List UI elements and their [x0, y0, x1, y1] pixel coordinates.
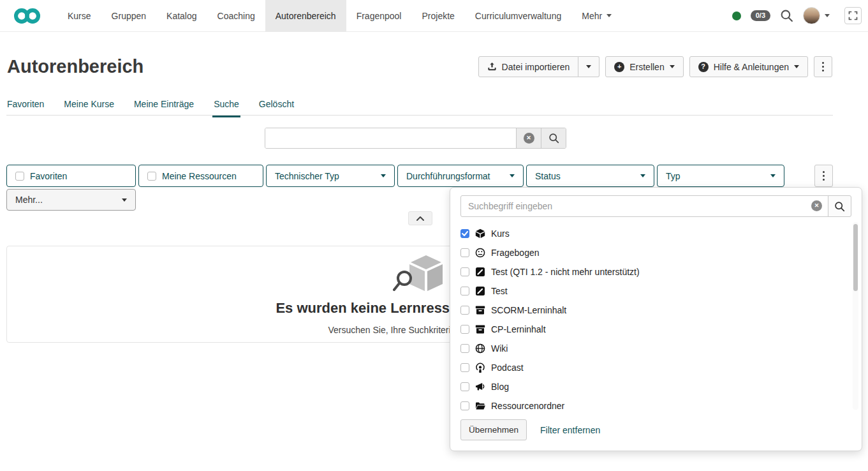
filter-status[interactable]: Status [526, 165, 654, 187]
podcast-icon [475, 363, 485, 373]
clear-circle-icon: ✕ [524, 133, 534, 144]
option-fragebogen[interactable]: Fragebogen [460, 243, 851, 262]
page-title: Autorenbereich [7, 56, 143, 77]
help-button[interactable]: ? Hilfe & Anleitungen [689, 56, 808, 77]
chevron-down-icon [670, 65, 675, 68]
clear-circle-icon[interactable]: ✕ [811, 200, 822, 211]
archive-icon [475, 305, 485, 315]
chevron-down-icon [607, 14, 612, 17]
chevron-down-icon [510, 174, 515, 177]
fullscreen-button[interactable] [844, 7, 862, 24]
nav-item-curriculumverwaltung[interactable]: Curriculumverwaltung [465, 0, 571, 32]
filter-mehr-dropdown[interactable]: Mehr... [6, 189, 136, 211]
bullhorn-icon [475, 382, 485, 392]
option-podcast[interactable]: Podcast [460, 358, 851, 377]
checkbox-checked[interactable] [460, 229, 469, 238]
remove-filter-link[interactable]: Filter entfernen [540, 425, 600, 435]
tab-geloescht[interactable]: Gelöscht [259, 99, 294, 116]
panel-search-submit-button[interactable] [828, 195, 851, 217]
nav-item-coaching[interactable]: Coaching [207, 0, 265, 32]
search-submit-button[interactable] [541, 128, 566, 148]
panel-scrollbar[interactable] [853, 222, 858, 410]
chevron-down-icon [586, 65, 591, 68]
panel-search-input[interactable] [460, 195, 828, 217]
option-kurs[interactable]: Kurs [460, 224, 851, 243]
panel-search-bar: ✕ [460, 195, 851, 217]
panel-footer: Übernehmen Filter entfernen [460, 419, 851, 440]
option-scorm[interactable]: SCORM-Lerninhalt [460, 301, 851, 320]
option-ressourcenordner[interactable]: Ressourcenordner [460, 396, 851, 413]
main-search-input[interactable] [265, 128, 516, 148]
option-wiki[interactable]: Wiki [460, 339, 851, 358]
import-dropdown-toggle[interactable] [578, 56, 600, 77]
nav-item-projekte[interactable]: Projekte [411, 0, 464, 32]
navbar-right: 0/3 [732, 7, 868, 24]
search-cube-icon [393, 254, 446, 294]
header-more-actions-button[interactable] [814, 56, 832, 77]
tab-suche[interactable]: Suche [214, 99, 239, 116]
filter-typ[interactable]: Typ [657, 165, 784, 187]
user-menu[interactable] [803, 7, 830, 24]
type-option-list: Kurs Fragebogen Test (QTI 1.2 - nicht me… [460, 224, 851, 413]
chevron-down-icon [122, 198, 127, 202]
filter-favoriten[interactable]: Favoriten [6, 165, 136, 187]
status-count-badge[interactable]: 0/3 [751, 10, 770, 21]
checkbox-unchecked[interactable] [460, 363, 469, 372]
checkbox-unchecked[interactable] [460, 267, 469, 276]
header-actions: Datei importieren + Erstellen ? Hilfe & … [478, 56, 832, 77]
filter-more-actions-button[interactable] [814, 165, 833, 187]
nav-item-katalog[interactable]: Katalog [156, 0, 207, 32]
option-test-qti12[interactable]: Test (QTI 1.2 - nicht mehr unterstützt) [460, 262, 851, 281]
nav-item-autorenbereich[interactable]: Autorenbereich [265, 0, 346, 32]
chevron-down-icon [381, 174, 386, 177]
checkbox-unchecked[interactable] [460, 306, 469, 315]
survey-face-icon [475, 248, 485, 258]
create-button[interactable]: + Erstellen [605, 56, 683, 77]
checkbox-unchecked[interactable] [460, 401, 469, 410]
cube-icon [475, 228, 485, 239]
tabs-divider [6, 115, 833, 116]
nav-item-mehr[interactable]: Mehr [571, 0, 622, 32]
section-tabs: Favoriten Meine Kurse Meine Einträge Suc… [7, 99, 294, 116]
checkbox-unchecked[interactable] [460, 287, 469, 295]
filter-meine-ressourcen[interactable]: Meine Ressourcen [138, 165, 263, 187]
apply-filter-button[interactable]: Übernehmen [460, 419, 527, 440]
chevron-down-icon [640, 174, 645, 177]
filter-technischer-typ[interactable]: Technischer Typ [266, 165, 395, 187]
checkbox-unchecked[interactable] [15, 172, 24, 181]
import-file-button[interactable]: Datei importieren [478, 56, 579, 77]
option-cp[interactable]: CP-Lerninhalt [460, 320, 851, 339]
archive-icon [475, 324, 485, 334]
globe-icon [475, 343, 485, 354]
tab-favoriten[interactable]: Favoriten [7, 99, 44, 116]
typ-filter-dropdown-panel: ✕ Kurs Fragebogen [450, 187, 862, 451]
nav-item-kurse[interactable]: Kurse [57, 0, 101, 32]
folder-open-icon [475, 401, 485, 411]
search-clear-button[interactable]: ✕ [516, 128, 541, 148]
checkbox-unchecked[interactable] [460, 325, 469, 334]
filter-durchfuehrungsformat[interactable]: Durchführungsformat [397, 165, 524, 187]
search-icon [834, 201, 845, 212]
tab-meine-kurse[interactable]: Meine Kurse [64, 99, 114, 116]
avatar[interactable] [803, 7, 820, 24]
nav-item-gruppen[interactable]: Gruppen [101, 0, 156, 32]
openolat-logo-icon[interactable] [14, 7, 41, 25]
chevron-down-icon [770, 174, 776, 177]
checkbox-unchecked[interactable] [460, 344, 469, 353]
top-navbar: Kurse Gruppen Katalog Coaching Autorenbe… [0, 0, 868, 32]
chevron-down-icon [794, 65, 799, 68]
checkbox-unchecked[interactable] [460, 248, 469, 257]
option-blog[interactable]: Blog [460, 377, 851, 396]
tab-meine-eintraege[interactable]: Meine Einträge [134, 99, 194, 116]
checkbox-unchecked[interactable] [147, 172, 156, 181]
chevron-down-icon [825, 14, 830, 17]
chevron-up-icon [416, 216, 425, 221]
nav-item-fragenpool[interactable]: Fragenpool [346, 0, 412, 32]
checkbox-unchecked[interactable] [460, 382, 469, 391]
option-test[interactable]: Test [460, 281, 851, 301]
import-split-button: Datei importieren [478, 56, 600, 77]
scrollbar-thumb[interactable] [853, 224, 858, 291]
search-icon[interactable] [780, 9, 793, 22]
search-icon [548, 133, 559, 144]
collapse-search-button[interactable] [408, 211, 432, 225]
